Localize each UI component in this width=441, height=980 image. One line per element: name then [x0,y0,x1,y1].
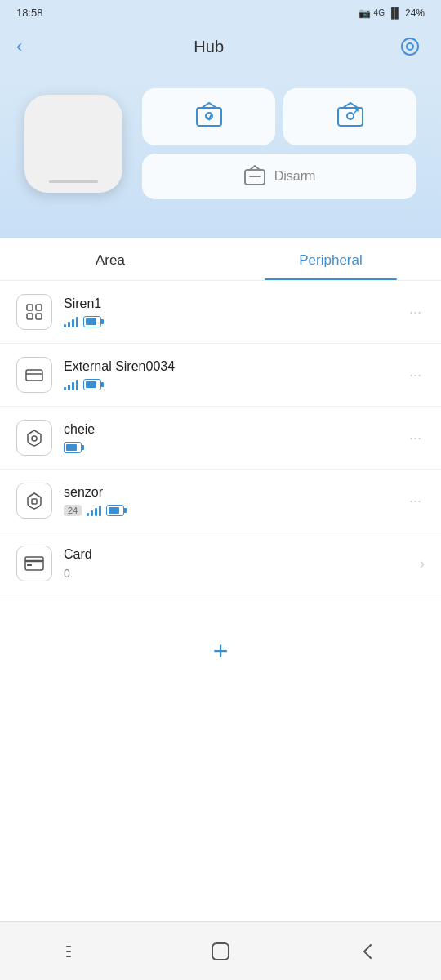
svg-rect-10 [27,314,33,319]
device-name-cheie: cheie [64,422,394,437]
device-info-siren1: Siren1 [64,296,394,327]
device-info-senzor: senzor 24 [64,485,394,516]
signal-icon: ▐▌ [388,7,402,19]
network-icon: 4G [374,8,385,17]
battery-icon-cheie [64,442,82,453]
more-menu-cheie[interactable]: ··· [406,426,425,450]
device-info-cheie: cheie [64,422,394,453]
svg-point-1 [407,43,413,50]
page-title: Hub [194,38,224,56]
svg-rect-9 [36,305,42,310]
settings-button[interactable] [395,32,425,61]
arrow-icon-card: › [420,555,425,572]
disarm-label: Disarm [274,169,316,184]
more-menu-ext-siren[interactable]: ··· [406,363,425,387]
battery-icon-ext-siren [83,379,101,390]
arm-away-button[interactable] [283,88,416,145]
svg-rect-16 [25,557,43,570]
nav-menu-button[interactable] [49,935,98,968]
status-time: 18:58 [16,7,43,19]
signal-icon-senzor [87,506,101,516]
list-item: cheie ··· [0,407,441,470]
status-icons: 📷 4G ▐▌ 24% [359,7,425,19]
nav-back-button[interactable] [343,935,392,968]
more-menu-senzor[interactable]: ··· [406,489,425,513]
device-status-siren1 [64,316,394,327]
card-count: 0 [64,567,408,580]
svg-rect-18 [27,564,32,566]
svg-point-0 [402,38,418,55]
list-item[interactable]: Card 0 › [0,532,441,595]
signal-icon-siren1 [64,317,78,327]
device-name-senzor: senzor [64,485,394,500]
tab-area[interactable]: Area [0,238,220,280]
hero-section: Disarm [0,74,441,238]
more-menu-siren1[interactable]: ··· [406,301,425,324]
bottom-nav [0,921,441,980]
svg-rect-8 [27,305,33,310]
signal-icon-ext-siren [64,380,78,390]
list-item: Siren1 ··· [0,281,441,344]
device-info-card: Card 0 [64,547,408,580]
device-icon-ext-siren [16,357,52,393]
badge-24-senzor: 24 [64,505,82,516]
header: ‹ Hub [0,22,441,74]
device-icon-senzor [16,483,52,519]
device-icon-card [16,546,52,581]
add-section: + [0,612,441,687]
battery-icon-siren1 [83,316,101,327]
svg-rect-4 [338,108,363,126]
nav-home-button[interactable] [196,935,245,968]
back-button[interactable]: ‹ [16,36,22,57]
device-status-ext-siren [64,379,394,390]
svg-rect-11 [36,314,42,319]
hub-device-image [24,95,122,193]
device-list: Siren1 ··· External Sir [0,281,441,612]
action-buttons-group: Disarm [142,88,416,199]
svg-point-14 [32,436,37,441]
device-name-ext-siren: External Siren0034 [64,359,394,374]
device-name-siren1: Siren1 [64,296,394,311]
tab-peripheral[interactable]: Peripheral [220,238,441,280]
tab-bar: Area Peripheral [0,238,441,281]
device-status-cheie [64,442,394,453]
svg-rect-2 [197,108,221,126]
device-info-ext-siren: External Siren0034 [64,359,394,390]
svg-rect-22 [212,943,229,960]
arm-button[interactable] [142,88,275,145]
svg-rect-12 [26,370,42,381]
svg-point-5 [347,113,354,119]
list-item: External Siren0034 ··· [0,344,441,407]
device-icon-siren1 [16,294,52,330]
add-device-button[interactable]: + [201,631,240,670]
battery-status: 24% [405,7,425,19]
svg-rect-15 [32,499,37,504]
list-item: senzor 24 ··· [0,470,441,532]
camera-icon: 📷 [359,7,371,19]
device-icon-cheie [16,420,52,456]
disarm-button[interactable]: Disarm [142,154,416,199]
device-status-senzor: 24 [64,505,394,516]
status-bar: 18:58 📷 4G ▐▌ 24% [0,0,441,22]
battery-icon-senzor [106,505,124,516]
device-name-card: Card [64,547,408,562]
action-row-top [142,88,416,145]
